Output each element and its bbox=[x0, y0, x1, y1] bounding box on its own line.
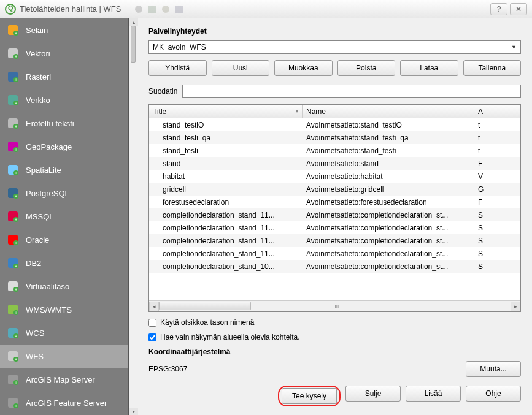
bbox-only-check[interactable] bbox=[148, 333, 156, 341]
connection-combo[interactable]: MK_avoin_WFS ▼ bbox=[148, 40, 521, 54]
sidebar-item-db2[interactable]: +DB2 bbox=[0, 251, 128, 275]
change-crs-button[interactable]: Muuta... bbox=[466, 361, 521, 377]
cell-name: Avoinmetsatieto:completiondeclaration_st… bbox=[303, 262, 474, 271]
scroll-up-icon[interactable]: ▴ bbox=[129, 18, 138, 26]
crs-header: Koordinaattijärjestelmä bbox=[148, 348, 521, 356]
table-row[interactable]: standAvoinmetsatieto:standF bbox=[149, 157, 520, 170]
cell-abstract: S bbox=[474, 237, 520, 245]
cell-abstract: F bbox=[474, 198, 520, 207]
sidebar-item-label: Vektori bbox=[26, 49, 50, 58]
sidebar-item-label: Rasteri bbox=[26, 72, 51, 82]
build-query-button[interactable]: Tee kysely bbox=[282, 388, 337, 404]
sidebar-item-spatialite[interactable]: +SpatiaLite bbox=[0, 158, 128, 181]
close-button[interactable]: ✕ bbox=[510, 3, 527, 15]
connect-button[interactable]: Yhdistä bbox=[148, 60, 207, 76]
table-row[interactable]: stand_testi_qaAvoinmetsatieto:stand_test… bbox=[149, 131, 520, 144]
bbox-only-checkbox[interactable]: Hae vain näkymän alueella olevia kohteit… bbox=[148, 333, 521, 341]
cell-abstract: t bbox=[474, 147, 520, 155]
chevron-down-icon: ▼ bbox=[511, 44, 517, 50]
column-name[interactable]: Name bbox=[303, 105, 474, 118]
save-button[interactable]: Tallenna bbox=[463, 60, 522, 76]
table-row[interactable]: habitatAvoinmetsatieto:habitatV bbox=[149, 170, 520, 183]
cell-name: Avoinmetsatieto:stand_testi_qa bbox=[303, 134, 474, 142]
sidebar-item-folder[interactable]: +Selain bbox=[0, 18, 128, 42]
svg-text:+: + bbox=[15, 148, 17, 152]
toolbar-icons bbox=[133, 4, 185, 15]
sidebar-item-arcmap[interactable]: +ArcGIS Map Server bbox=[0, 368, 128, 391]
hscroll-track[interactable]: III bbox=[159, 302, 511, 311]
cell-abstract: V bbox=[474, 172, 520, 181]
table-body: stand_testiOAvoinmetsatieto:stand_testiO… bbox=[149, 118, 520, 300]
cell-name: Avoinmetsatieto:stand_testi bbox=[303, 147, 474, 155]
hscroll-thumb[interactable] bbox=[159, 302, 251, 310]
arcmap-icon: + bbox=[6, 373, 20, 386]
table-row[interactable]: forestusedeclarationAvoinmetsatieto:fore… bbox=[149, 196, 520, 208]
table-row[interactable]: gridcellAvoinmetsatieto:gridcellG bbox=[149, 183, 520, 196]
sidebar-item-label: WCS bbox=[26, 329, 44, 338]
sidebar-scrollbar[interactable]: ▴ ▾ bbox=[129, 18, 137, 415]
table-row[interactable]: completiondeclaration_stand_11...Avoinme… bbox=[149, 221, 520, 234]
bottom-buttons: Tee kysely Sulje Lisää Ohje bbox=[148, 386, 521, 406]
raster-icon: + bbox=[6, 70, 20, 83]
svg-text:+: + bbox=[15, 55, 17, 59]
svg-point-2 bbox=[162, 6, 169, 13]
help-dialog-button[interactable]: Ohje bbox=[466, 386, 521, 402]
table-row[interactable]: completiondeclaration_stand_11...Avoinme… bbox=[149, 234, 520, 247]
load-button[interactable]: Lataa bbox=[400, 60, 458, 76]
scroll-thumb[interactable] bbox=[131, 26, 136, 63]
scroll-down-icon[interactable]: ▾ bbox=[129, 408, 138, 415]
edit-button[interactable]: Muokkaa bbox=[274, 60, 333, 76]
help-button[interactable]: ? bbox=[490, 3, 507, 15]
sidebar-item-mesh[interactable]: +Verkko bbox=[0, 88, 128, 112]
table-hscrollbar[interactable]: ◂ III ▸ bbox=[149, 300, 520, 311]
sidebar-item-postgres[interactable]: +PostgreSQL bbox=[0, 181, 128, 205]
wcs-icon: + bbox=[6, 326, 20, 340]
cell-name: Avoinmetsatieto:completiondeclaration_st… bbox=[303, 249, 474, 258]
sidebar-item-gpkg[interactable]: +GeoPackage bbox=[0, 135, 128, 158]
cell-name: Avoinmetsatieto:stand bbox=[303, 159, 474, 168]
use-title-checkbox[interactable]: Käytä otsikkoa tason nimenä bbox=[148, 318, 521, 327]
spatialite-icon: + bbox=[6, 163, 20, 177]
crs-section: Koordinaattijärjestelmä EPSG:3067 Muuta.… bbox=[148, 348, 521, 377]
cell-title: completiondeclaration_stand_11... bbox=[149, 237, 303, 245]
sidebar-item-vector[interactable]: +Vektori bbox=[0, 42, 128, 65]
sidebar-item-arcfeat[interactable]: +ArcGIS Feature Server bbox=[0, 391, 128, 414]
svg-text:+: + bbox=[15, 311, 17, 315]
add-button[interactable]: Lisää bbox=[406, 386, 461, 402]
svg-text:+: + bbox=[15, 404, 17, 408]
toolbar-blur-icon bbox=[147, 4, 158, 15]
vector-icon: + bbox=[6, 47, 20, 60]
sidebar-item-label: ArcGIS Feature Server bbox=[26, 398, 107, 408]
column-abstract[interactable]: A bbox=[474, 105, 520, 118]
bbox-only-label: Hae vain näkymän alueella olevia kohteit… bbox=[160, 333, 299, 341]
sidebar-item-wfs[interactable]: +WFS bbox=[0, 345, 128, 368]
qgis-icon bbox=[5, 4, 16, 15]
close-dialog-button[interactable]: Sulje bbox=[345, 386, 401, 402]
cell-title: stand_testi bbox=[149, 147, 303, 155]
hscroll-mark: III bbox=[335, 304, 339, 310]
table-row[interactable]: completiondeclaration_stand_11...Avoinme… bbox=[149, 247, 520, 260]
table-row[interactable]: stand_testiOAvoinmetsatieto:stand_testiO… bbox=[149, 118, 520, 131]
sidebar-item-oracle[interactable]: +Oracle bbox=[0, 228, 128, 251]
sidebar-item-text[interactable]: +Eroteltu teksti bbox=[0, 112, 128, 135]
new-button[interactable]: Uusi bbox=[212, 60, 270, 76]
table-row[interactable]: stand_testiAvoinmetsatieto:stand_testit bbox=[149, 144, 520, 157]
scroll-left-icon[interactable]: ◂ bbox=[149, 302, 159, 311]
sidebar-item-label: Selain bbox=[26, 26, 48, 35]
gpkg-icon: + bbox=[6, 140, 20, 153]
sidebar-item-virtual[interactable]: +Virtuaalitaso bbox=[0, 275, 128, 298]
sidebar-item-wcs[interactable]: +WCS bbox=[0, 321, 128, 345]
text-icon: + bbox=[6, 116, 20, 130]
remove-button[interactable]: Poista bbox=[337, 60, 396, 76]
column-title[interactable]: Title bbox=[149, 105, 303, 118]
scroll-right-icon[interactable]: ▸ bbox=[511, 302, 520, 311]
sidebar-item-raster[interactable]: +Rasteri bbox=[0, 65, 128, 88]
use-title-check[interactable] bbox=[148, 319, 156, 327]
sidebar-item-label: WMS/WMTS bbox=[26, 305, 72, 314]
table-row[interactable]: completiondeclaration_stand_11...Avoinme… bbox=[149, 208, 520, 221]
postgres-icon: + bbox=[6, 186, 20, 200]
table-row[interactable]: completiondeclaration_stand_10...Avoinme… bbox=[149, 260, 520, 273]
filter-input[interactable] bbox=[182, 85, 521, 98]
sidebar-item-mssql[interactable]: +MSSQL bbox=[0, 205, 128, 228]
sidebar-item-wms[interactable]: +WMS/WMTS bbox=[0, 298, 128, 321]
